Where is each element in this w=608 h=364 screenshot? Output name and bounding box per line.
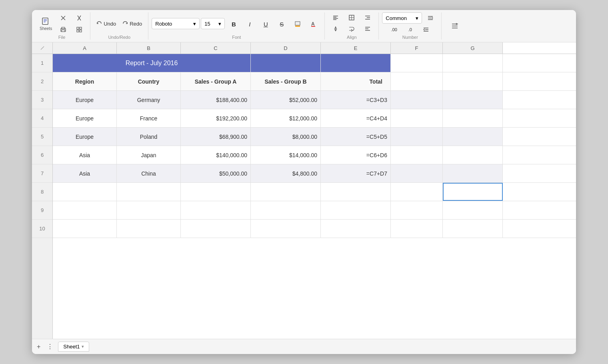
- cell-c3[interactable]: $188,400.00: [181, 91, 251, 109]
- cell-d9[interactable]: [251, 201, 321, 219]
- cell-e4[interactable]: =C4+D4: [321, 109, 391, 127]
- cell-d5[interactable]: $8,000.00: [251, 128, 321, 146]
- select-all-button[interactable]: [72, 24, 87, 35]
- indent-left-button[interactable]: [360, 24, 375, 34]
- cell-b4[interactable]: France: [117, 109, 181, 127]
- underline-button[interactable]: U: [258, 19, 273, 29]
- cell-g10[interactable]: [443, 220, 503, 238]
- number-format-extra-button[interactable]: [423, 13, 438, 23]
- cell-g3[interactable]: [443, 91, 503, 109]
- wrap-button[interactable]: [344, 24, 359, 34]
- add-sheet-button[interactable]: +: [35, 342, 42, 351]
- cell-f2[interactable]: [391, 72, 443, 90]
- indent-right-button[interactable]: [360, 12, 375, 23]
- cell-g5[interactable]: [443, 128, 503, 146]
- cell-g2[interactable]: [443, 72, 503, 90]
- cell-b9[interactable]: [117, 201, 181, 219]
- print-button[interactable]: [56, 24, 71, 35]
- row-num-7[interactable]: 7: [32, 164, 52, 183]
- cell-a6[interactable]: Asia: [53, 146, 117, 164]
- cell-g8[interactable]: [443, 183, 503, 201]
- cell-d2[interactable]: Sales - Group B: [251, 72, 321, 90]
- strikethrough-button[interactable]: S: [274, 19, 289, 29]
- cell-d8[interactable]: [251, 183, 321, 201]
- cell-f6[interactable]: [391, 146, 443, 164]
- font-color-button[interactable]: A: [306, 19, 321, 29]
- cell-f8[interactable]: [391, 183, 443, 201]
- cell-a5[interactable]: Europe: [53, 128, 117, 146]
- cell-f5[interactable]: [391, 128, 443, 146]
- cell-b10[interactable]: [117, 220, 181, 238]
- align-left-button[interactable]: [328, 12, 343, 23]
- sheet-options-button[interactable]: ⋮: [45, 342, 55, 351]
- col-header-c[interactable]: C: [181, 42, 251, 54]
- cell-d4[interactable]: $12,000.00: [251, 109, 321, 127]
- cell-c2[interactable]: Sales - Group A: [181, 72, 251, 90]
- cell-d7[interactable]: $4,800.00: [251, 164, 321, 182]
- cell-d3[interactable]: $52,000.00: [251, 91, 321, 109]
- cell-e9[interactable]: [321, 201, 391, 219]
- cell-c10[interactable]: [181, 220, 251, 238]
- cell-c1-title[interactable]: Report - July 2016: [53, 54, 251, 72]
- cell-c9[interactable]: [181, 201, 251, 219]
- cut-button[interactable]: [72, 13, 87, 23]
- cell-e7[interactable]: =C7+D7: [321, 164, 391, 182]
- cell-f7[interactable]: [391, 164, 443, 182]
- col-header-b[interactable]: B: [117, 42, 181, 54]
- sheet-tab-sheet1[interactable]: Sheet1 ▾: [58, 342, 89, 352]
- cell-d1[interactable]: [251, 54, 321, 72]
- cell-f10[interactable]: [391, 220, 443, 238]
- cell-e3[interactable]: =C3+D3: [321, 91, 391, 109]
- cell-e5[interactable]: =C5+D5: [321, 128, 391, 146]
- cell-e2[interactable]: Total: [321, 72, 391, 90]
- cell-b8[interactable]: [117, 183, 181, 201]
- cell-f1[interactable]: [391, 54, 443, 72]
- row-num-8[interactable]: 8: [32, 183, 52, 201]
- row-num-2[interactable]: 2: [32, 72, 52, 91]
- cell-e6[interactable]: =C6+D6: [321, 146, 391, 164]
- number-format-select[interactable]: Common ▾: [382, 12, 422, 24]
- cell-g1[interactable]: [443, 54, 503, 72]
- cell-d6[interactable]: $14,000.00: [251, 146, 321, 164]
- cell-a2[interactable]: Region: [53, 72, 117, 90]
- row-num-5[interactable]: 5: [32, 128, 52, 146]
- col-header-g[interactable]: G: [443, 42, 503, 54]
- cell-c4[interactable]: $192,200.00: [181, 109, 251, 127]
- row-num-4[interactable]: 4: [32, 109, 52, 128]
- cell-f3[interactable]: [391, 91, 443, 109]
- cell-g6[interactable]: [443, 146, 503, 164]
- cell-a9[interactable]: [53, 201, 117, 219]
- cell-e1[interactable]: [321, 54, 391, 72]
- borders-button[interactable]: [344, 12, 359, 23]
- cell-a7[interactable]: Asia: [53, 164, 117, 182]
- bold-button[interactable]: B: [226, 19, 241, 29]
- cell-b2[interactable]: Country: [117, 72, 181, 90]
- font-family-select[interactable]: Roboto ▾: [152, 18, 200, 29]
- cell-a8[interactable]: [53, 183, 117, 201]
- decimal-decrease-button[interactable]: .0: [402, 24, 418, 35]
- row-num-9[interactable]: 9: [32, 201, 52, 220]
- number-align-button[interactable]: [418, 24, 434, 35]
- cell-g9[interactable]: [443, 201, 503, 219]
- cell-a10[interactable]: [53, 220, 117, 238]
- cell-b3[interactable]: Germany: [117, 91, 181, 109]
- more-options-button[interactable]: [447, 21, 462, 31]
- decimal-increase-button[interactable]: .00: [386, 24, 402, 35]
- col-header-a[interactable]: A: [53, 42, 117, 54]
- cell-a4[interactable]: Europe: [53, 109, 117, 127]
- cell-f4[interactable]: [391, 109, 443, 127]
- cell-b5[interactable]: Poland: [117, 128, 181, 146]
- cell-c8[interactable]: [181, 183, 251, 201]
- row-num-6[interactable]: 6: [32, 146, 52, 164]
- close-file-button[interactable]: [56, 13, 71, 23]
- italic-button[interactable]: I: [242, 19, 257, 29]
- undo-button[interactable]: Undo: [94, 18, 119, 29]
- col-header-d[interactable]: D: [251, 42, 321, 54]
- cell-d10[interactable]: [251, 220, 321, 238]
- redo-button[interactable]: Redo: [120, 18, 145, 29]
- row-num-1[interactable]: 1: [32, 54, 52, 72]
- row-num-10[interactable]: 10: [32, 220, 52, 238]
- cell-e8[interactable]: [321, 183, 391, 201]
- cell-c7[interactable]: $50,000.00: [181, 164, 251, 182]
- col-header-e[interactable]: E: [321, 42, 391, 54]
